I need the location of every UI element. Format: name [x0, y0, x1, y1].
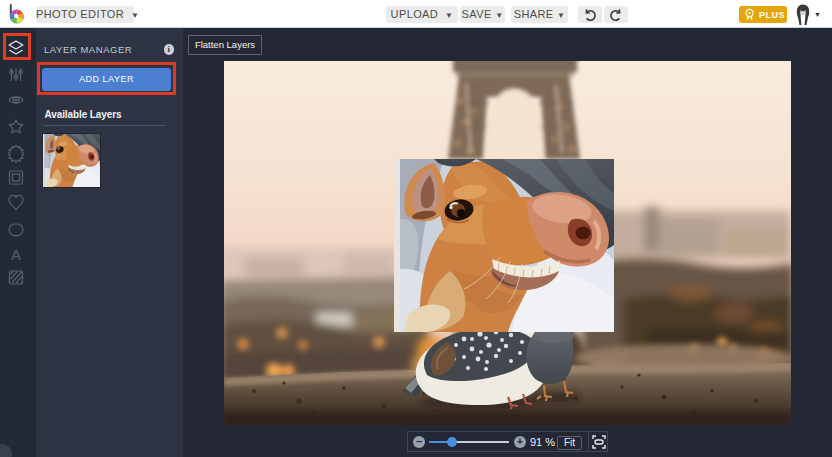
svg-text:A: A [11, 246, 21, 263]
